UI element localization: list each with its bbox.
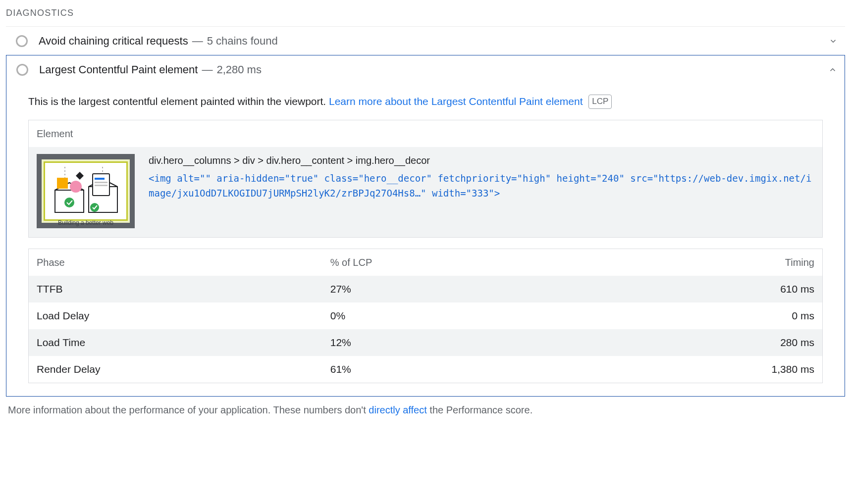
informative-icon <box>16 64 28 76</box>
footnote-text: More information about the performance o… <box>8 404 369 415</box>
element-table: Element <box>28 120 823 238</box>
col-pct: % of LCP <box>322 249 616 276</box>
table-row: Load Time 12% 280 ms <box>29 329 822 356</box>
table-row: Render Delay 61% 1,380 ms <box>29 356 822 383</box>
phase-name: Load Time <box>29 329 322 356</box>
svg-rect-9 <box>95 182 107 183</box>
audit-title: Avoid chaining critical requests <box>39 35 188 48</box>
audit-description: This is the largest contentful element p… <box>6 84 845 113</box>
element-selector: div.hero__columns > div > div.hero__cont… <box>149 155 814 166</box>
phase-pct: 0% <box>322 302 616 329</box>
phase-name: Load Delay <box>29 302 322 329</box>
phase-pct: 12% <box>322 329 616 356</box>
section-label: DIAGNOSTICS <box>6 8 845 18</box>
audit-title: Largest Contentful Paint element <box>39 63 198 76</box>
svg-rect-8 <box>95 178 105 180</box>
col-timing: Timing <box>616 249 822 276</box>
informative-icon <box>16 35 28 47</box>
separator: — <box>202 63 213 76</box>
metric-badge: LCP <box>588 95 612 109</box>
directly-affect-link[interactable]: directly affect <box>369 404 426 415</box>
svg-point-12 <box>64 198 74 207</box>
phase-timing: 610 ms <box>616 276 822 302</box>
audit-meta: 2,280 ms <box>216 63 262 76</box>
phase-pct: 27% <box>322 276 616 302</box>
phase-timing: 280 ms <box>616 329 822 356</box>
chevron-down-icon[interactable] <box>827 35 839 47</box>
chevron-up-icon[interactable] <box>827 64 839 76</box>
phase-name: TTFB <box>29 276 322 302</box>
table-row: Load Delay 0% 0 ms <box>29 302 822 329</box>
element-thumbnail: Building a better web <box>37 154 135 228</box>
audit-row-lcp-element: Largest Contentful Paint element — 2,280… <box>6 55 845 397</box>
col-phase: Phase <box>29 249 322 276</box>
phase-name: Render Delay <box>29 356 322 383</box>
diagnostics-footnote: More information about the performance o… <box>6 397 845 418</box>
phase-timing: 1,380 ms <box>616 356 822 383</box>
svg-rect-10 <box>95 185 107 186</box>
phase-timing: 0 ms <box>616 302 822 329</box>
audit-meta: 5 chains found <box>207 35 278 48</box>
audit-header[interactable]: Avoid chaining critical requests — 5 cha… <box>6 27 845 55</box>
audit-row-critical-chains: Avoid chaining critical requests — 5 cha… <box>6 26 845 55</box>
learn-more-link[interactable]: Learn more about the Largest Contentful … <box>329 96 583 107</box>
footnote-text: the Performance score. <box>427 404 532 415</box>
phase-table: Phase % of LCP Timing TTFB 27% 610 ms Lo… <box>28 249 823 383</box>
audit-header[interactable]: Largest Contentful Paint element — 2,280… <box>6 55 845 84</box>
element-html-snippet: <img alt="" aria-hidden="true" class="he… <box>149 171 814 201</box>
svg-point-6 <box>70 181 82 193</box>
table-row: TTFB 27% 610 ms <box>29 276 822 302</box>
separator: — <box>192 35 203 48</box>
svg-point-13 <box>90 203 99 212</box>
phase-pct: 61% <box>322 356 616 383</box>
thumbnail-caption: Building a better web <box>37 219 135 226</box>
description-text: This is the largest contentful element p… <box>28 96 329 107</box>
element-column-header: Element <box>29 120 822 147</box>
svg-rect-5 <box>57 178 68 189</box>
